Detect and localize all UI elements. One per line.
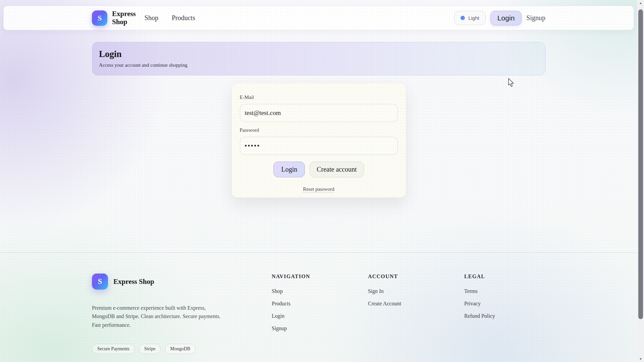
footer-badges: Secure Payments Stripe MongoDB	[92, 344, 272, 354]
footer-link-privacy[interactable]: Privacy	[464, 301, 545, 307]
brand-name: Express Shop	[112, 10, 136, 25]
form-buttons-row: Login Create account	[240, 162, 398, 177]
scroll-up-button[interactable]: ▲	[637, 0, 644, 6]
reset-password-link[interactable]: Reset password	[303, 186, 334, 192]
footer-account-column: ACCOUNT Sign In Create Account	[368, 274, 464, 354]
nav-link-products[interactable]: Products	[172, 14, 195, 22]
brand-logo-icon: S	[92, 10, 107, 26]
brand-name-line1: Express	[112, 10, 136, 18]
badge-stripe: Stripe	[139, 344, 161, 354]
main-content: Login Access your account and continue s…	[0, 30, 637, 198]
nav-link-shop[interactable]: Shop	[145, 14, 158, 22]
footer-logo-icon: S	[92, 274, 108, 290]
footer-link-login[interactable]: Login	[272, 313, 368, 319]
page-background: S Express Shop Shop Products Light Login…	[0, 0, 637, 362]
footer-link-terms[interactable]: Terms	[464, 288, 545, 294]
header-actions: Light Login Signup	[454, 11, 545, 25]
page-subtitle: Access your account and continue shoppin…	[99, 62, 538, 68]
password-label: Password	[240, 127, 398, 133]
footer-brand-column: S Express Shop Premium e-commerce experi…	[92, 274, 272, 354]
footer-legal-column: LEGAL Terms Privacy Refund Policy	[464, 274, 545, 354]
footer-link-signup[interactable]: Signup	[272, 325, 368, 331]
reset-password-row: Reset password	[240, 186, 398, 192]
password-field[interactable]	[240, 137, 398, 155]
create-account-button[interactable]: Create account	[310, 162, 364, 177]
brand-logo-letter: S	[98, 14, 102, 22]
badge-secure-payments: Secure Payments	[92, 344, 135, 354]
brand[interactable]: S Express Shop	[92, 10, 136, 25]
scrollbar[interactable]: ▲ ▼	[637, 0, 644, 362]
footer-account-title: ACCOUNT	[368, 274, 464, 280]
footer-link-shop[interactable]: Shop	[272, 288, 368, 294]
scroll-down-button[interactable]: ▼	[637, 356, 644, 362]
login-form-card: E-Mail Password Login Create account Res…	[231, 83, 406, 198]
footer-link-sign-in[interactable]: Sign In	[368, 288, 464, 294]
login-submit-button[interactable]: Login	[273, 162, 305, 177]
email-label: E-Mail	[240, 95, 398, 101]
header: S Express Shop Shop Products Light Login…	[3, 6, 634, 30]
theme-toggle[interactable]: Light	[454, 11, 486, 25]
email-field[interactable]	[240, 104, 398, 122]
page-banner: Login Access your account and continue s…	[92, 42, 545, 75]
badge-mongodb: MongoDB	[165, 344, 196, 354]
footer: S Express Shop Premium e-commerce experi…	[0, 252, 637, 362]
footer-navigation-column: NAVIGATION Shop Products Login Signup	[272, 274, 368, 354]
theme-toggle-label: Light	[468, 15, 479, 21]
footer-legal-title: LEGAL	[464, 274, 545, 280]
footer-link-products[interactable]: Products	[272, 301, 368, 307]
page-title: Login	[99, 49, 538, 59]
header-signup-link[interactable]: Signup	[526, 14, 545, 22]
footer-link-create-account[interactable]: Create Account	[368, 301, 464, 307]
main-nav: Shop Products	[145, 14, 195, 22]
footer-description: Premium e-commerce experience built with…	[92, 304, 229, 329]
footer-logo-letter: S	[98, 277, 102, 286]
scrollbar-thumb[interactable]	[638, 9, 643, 319]
footer-brand-name: Express Shop	[113, 278, 154, 286]
footer-link-refund-policy[interactable]: Refund Policy	[464, 313, 545, 319]
footer-navigation-title: NAVIGATION	[272, 274, 368, 280]
theme-dot-icon	[461, 16, 465, 20]
header-login-button[interactable]: Login	[490, 11, 522, 25]
brand-name-line2: Shop	[112, 18, 136, 26]
